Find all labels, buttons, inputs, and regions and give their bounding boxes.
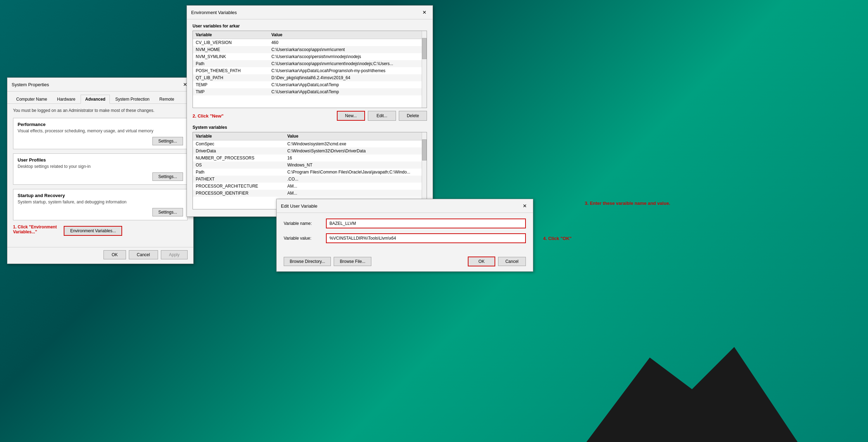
system-props-content: You must be logged on as an Administrato… xyxy=(7,104,193,247)
table-row[interactable]: QT_LIB_PATHD:\Dev_pkgs\qt\install\6.2.4\… xyxy=(193,74,427,81)
table-row[interactable]: ComSpecC:\Windows\system32\cmd.exe xyxy=(193,140,427,148)
user-profiles-desc: Desktop settings related to your sign-in xyxy=(18,164,183,169)
env-vars-close-button[interactable]: ✕ xyxy=(421,8,428,16)
ok-button[interactable]: OK xyxy=(103,250,126,259)
env-vars-content: User variables for arkar Variable Value … xyxy=(187,19,433,216)
tab-advanced[interactable]: Advanced xyxy=(81,95,110,104)
table-row[interactable]: OSWindows_NT xyxy=(193,162,427,169)
user-vars-table: Variable Value CV_LIB_VERSION460 NVM_HOM… xyxy=(193,31,427,95)
cancel-button[interactable]: Cancel xyxy=(129,250,158,259)
system-properties-window: System Properties ✕ Computer Name Hardwa… xyxy=(7,77,194,264)
performance-section: Performance Visual effects, processor sc… xyxy=(13,118,188,149)
var-name: POSH_THEMES_PATH xyxy=(193,67,269,74)
user-vars-label: User variables for arkar xyxy=(193,24,427,29)
cancel-button-edit-var[interactable]: Cancel xyxy=(498,257,526,266)
var-name: TMP xyxy=(193,88,269,95)
edit-var-content: Variable name: Variable value: 4. Click … xyxy=(277,213,533,254)
var-value: Windows_NT xyxy=(284,162,427,169)
var-value: AM... xyxy=(284,190,427,197)
var-value: 16 xyxy=(284,154,427,162)
environment-variables-button[interactable]: Environment Variables... xyxy=(64,226,122,236)
annotation-click-new: 2. Click "New" xyxy=(193,113,224,119)
var-value: C:\Users\arkar\AppData\Local\Programs\oh… xyxy=(269,67,427,74)
var-value: C:\Windows\system32\cmd.exe xyxy=(284,140,427,148)
system-vars-scrollbar-thumb[interactable] xyxy=(422,139,427,160)
table-row[interactable]: PROCESSOR_ARCHITECTUREAM... xyxy=(193,183,427,190)
tab-computer-name[interactable]: Computer Name xyxy=(12,95,52,104)
browse-file-button[interactable]: Browse File... xyxy=(334,257,371,266)
user-var-col-variable: Variable xyxy=(193,31,269,39)
table-row[interactable]: POSH_THEMES_PATHC:\Users\arkar\AppData\L… xyxy=(193,67,427,74)
var-name: QT_LIB_PATH xyxy=(193,74,269,81)
user-vars-btn-row: New... Edit... Delete xyxy=(193,111,427,121)
var-value: C:\Users\arkar\scoop\apps\nvm\current\no… xyxy=(269,60,427,67)
user-new-button[interactable]: New... xyxy=(337,111,365,121)
system-vars-scrollbar[interactable] xyxy=(422,132,427,209)
variable-value-row: Variable value: 4. Click "OK" xyxy=(284,233,526,243)
var-name: NVM_SYMLINK xyxy=(193,53,269,60)
var-value: 460 xyxy=(269,39,427,46)
table-row[interactable]: PROCESSOR_IDENTIFIERAM... xyxy=(193,190,427,197)
var-value: C:\Program Files\Common Files\Oracle\Jav… xyxy=(284,169,427,176)
env-vars-section: 1. Click "EnvironmentVariables..." Envir… xyxy=(13,225,188,237)
system-vars-table-container[interactable]: Variable Value ComSpecC:\Windows\system3… xyxy=(193,132,427,209)
variable-name-input[interactable] xyxy=(326,219,526,228)
browse-directory-button[interactable]: Browse Directory... xyxy=(284,257,331,266)
user-vars-scrollbar[interactable] xyxy=(422,31,427,108)
edit-var-close-button[interactable]: ✕ xyxy=(521,202,529,210)
user-var-col-value: Value xyxy=(269,31,427,39)
tab-remote[interactable]: Remote xyxy=(155,95,179,104)
var-name: NUMBER_OF_PROCESSORS xyxy=(193,154,284,162)
annotation-3-wrap: 3. Enter these varaible name and value. xyxy=(585,201,670,206)
instruction-1: 1. Click "EnvironmentVariables..." xyxy=(13,225,57,234)
variable-value-input[interactable] xyxy=(326,233,526,243)
tab-system-protection[interactable]: System Protection xyxy=(111,95,154,104)
var-name: Path xyxy=(193,60,269,67)
table-row[interactable]: TEMPC:\Users\arkar\AppData\Local\Temp xyxy=(193,81,427,88)
var-name: NVM_HOME xyxy=(193,46,269,53)
var-value: .CO... xyxy=(284,176,427,183)
user-vars-scrollbar-thumb[interactable] xyxy=(422,38,427,59)
variable-name-row: Variable name: xyxy=(284,219,526,228)
startup-recovery-settings-button[interactable]: Settings... xyxy=(152,208,183,216)
system-props-titlebar: System Properties ✕ xyxy=(7,78,193,91)
edit-var-titlebar: Edit User Variable ✕ xyxy=(277,199,533,213)
ok-button-edit-var[interactable]: OK xyxy=(468,257,495,266)
table-row[interactable]: NVM_HOMEC:\Users\arkar\scoop\apps\nvm\cu… xyxy=(193,46,427,53)
var-name: ComSpec xyxy=(193,140,284,148)
user-edit-button[interactable]: Edit... xyxy=(368,111,396,121)
user-vars-table-wrap: Variable Value CV_LIB_VERSION460 NVM_HOM… xyxy=(193,31,427,108)
table-row[interactable]: TMPC:\Users\arkar\AppData\Local\Temp xyxy=(193,88,427,95)
system-props-tabs: Computer Name Hardware Advanced System P… xyxy=(7,91,193,104)
table-row[interactable]: NUMBER_OF_PROCESSORS16 xyxy=(193,154,427,162)
table-row[interactable]: PathC:\Program Files\Common Files\Oracle… xyxy=(193,169,427,176)
apply-button[interactable]: Apply xyxy=(161,250,188,259)
table-row[interactable]: NVM_SYMLINKC:\Users\arkar\scoop\persist\… xyxy=(193,53,427,60)
var-name: PROCESSOR_ARCHITECTURE xyxy=(193,183,284,190)
var-value: C:\Windows\System32\Drivers\DriverData xyxy=(284,147,427,154)
variable-name-label: Variable name: xyxy=(284,221,322,226)
table-row[interactable]: PathC:\Users\arkar\scoop\apps\nvm\curren… xyxy=(193,60,427,67)
performance-settings-button[interactable]: Settings... xyxy=(152,137,183,145)
user-vars-table-container[interactable]: Variable Value CV_LIB_VERSION460 NVM_HOM… xyxy=(193,31,427,108)
edit-user-variable-window: Edit User Variable ✕ 3. Enter these vara… xyxy=(276,199,533,272)
annotation-3: 3. Enter these varaible name and value. xyxy=(585,201,670,206)
startup-recovery-title: Startup and Recovery xyxy=(18,193,183,198)
var-value: D:\Dev_pkgs\qt\install\6.2.4\msvc2019_64 xyxy=(269,74,427,81)
tab-hardware[interactable]: Hardware xyxy=(52,95,80,104)
startup-recovery-desc: System startup, system failure, and debu… xyxy=(18,200,183,204)
table-row[interactable]: PATHEXT.CO... xyxy=(193,176,427,183)
user-profiles-section: User Profiles Desktop settings related t… xyxy=(13,153,188,185)
var-value: C:\Users\arkar\AppData\Local\Temp xyxy=(269,88,427,95)
var-value: C:\Users\arkar\scoop\apps\nvm\current xyxy=(269,46,427,53)
env-vars-titlebar: Environment Variables ✕ xyxy=(187,6,433,19)
table-row[interactable]: DriverDataC:\Windows\System32\Drivers\Dr… xyxy=(193,147,427,154)
table-row[interactable]: CV_LIB_VERSION460 xyxy=(193,39,427,46)
annotation-4: 4. Click "OK" xyxy=(543,236,572,241)
sys-var-col-variable: Variable xyxy=(193,132,284,140)
user-delete-button[interactable]: Delete xyxy=(399,111,427,121)
var-name: OS xyxy=(193,162,284,169)
user-profiles-settings-button[interactable]: Settings... xyxy=(152,172,183,181)
admin-notice: You must be logged on as an Administrato… xyxy=(13,108,188,113)
system-vars-table: Variable Value ComSpecC:\Windows\system3… xyxy=(193,132,427,197)
